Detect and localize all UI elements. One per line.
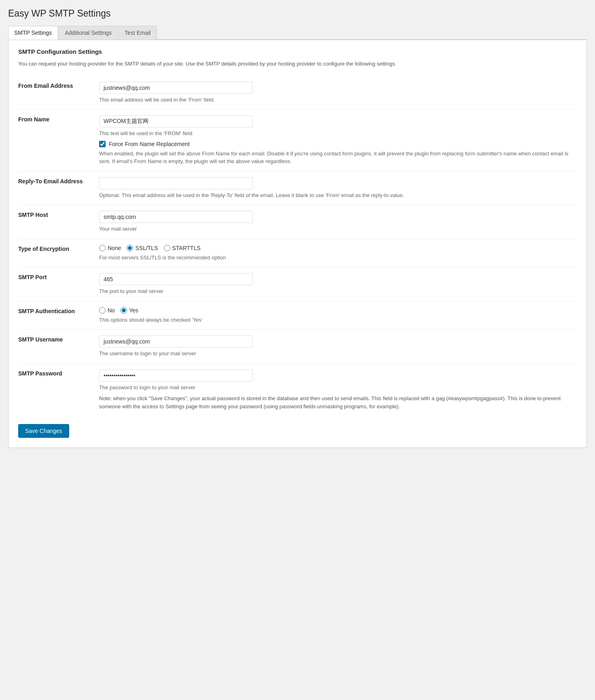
from-email-label: From Email Address (18, 76, 99, 110)
smtp-auth-label: SMTP Authentication (18, 301, 99, 330)
smtp-auth-no-radio[interactable] (99, 307, 106, 314)
force-from-name-description: When enabled, the plugin will set the ab… (99, 150, 577, 165)
smtp-username-description: The username to login to your mail serve… (99, 350, 577, 358)
smtp-auth-row: SMTP Authentication No Yes This options … (18, 301, 577, 330)
encryption-description: For most servers SSL/TLS is the recommen… (99, 254, 577, 262)
force-from-name-checkbox[interactable] (99, 141, 106, 147)
from-email-cell: This email address will be used in the '… (99, 76, 577, 110)
encryption-starttls-radio[interactable] (164, 245, 170, 251)
page-title: Easy WP SMTP Settings (8, 8, 587, 19)
smtp-auth-no-option[interactable]: No (99, 307, 115, 314)
smtp-username-input[interactable] (99, 335, 253, 348)
reply-to-input[interactable] (99, 177, 253, 189)
smtp-port-label: SMTP Port (18, 267, 99, 301)
save-button[interactable]: Save Changes (18, 424, 69, 438)
encryption-ssl-option[interactable]: SSL/TLS (127, 245, 158, 251)
encryption-ssl-label: SSL/TLS (135, 245, 158, 251)
encryption-options: None SSL/TLS STARTTLS (99, 245, 577, 251)
smtp-host-cell: Your mail server (99, 205, 577, 239)
section-description: You can request your hosting provider fo… (18, 60, 577, 68)
smtp-auth-yes-radio[interactable] (121, 307, 127, 314)
smtp-host-label: SMTP Host (18, 205, 99, 239)
smtp-password-row: SMTP Password The password to login to y… (18, 363, 577, 416)
encryption-ssl-radio[interactable] (127, 245, 133, 251)
from-email-description: This email address will be used in the '… (99, 96, 577, 104)
reply-to-description: Optional. This email address will be use… (99, 191, 577, 199)
encryption-row: Type of Encryption None SSL/TLS (18, 239, 577, 267)
force-from-name-row: Force From Name Replacement (99, 141, 577, 147)
smtp-password-description: The password to login to your mail serve… (99, 384, 577, 392)
tabs-container: SMTP Settings Additional Settings Test E… (8, 25, 587, 40)
smtp-port-cell: The port to your mail server (99, 267, 577, 301)
smtp-auth-no-label: No (108, 307, 115, 314)
encryption-starttls-label: STARTTLS (172, 245, 201, 251)
smtp-password-note: Note: when you click "Save Changes", you… (99, 395, 577, 410)
smtp-auth-cell: No Yes This options should always be che… (99, 301, 577, 330)
from-name-cell: This text will be used in the 'FROM' fie… (99, 110, 577, 172)
tab-test-email[interactable]: Test Email (119, 26, 157, 40)
encryption-starttls-option[interactable]: STARTTLS (164, 245, 201, 251)
section-title: SMTP Configuration Settings (18, 48, 577, 55)
tab-smtp-settings[interactable]: SMTP Settings (8, 26, 58, 40)
smtp-port-description: The port to your mail server (99, 287, 577, 295)
smtp-password-cell: The password to login to your mail serve… (99, 363, 577, 416)
from-name-input[interactable] (99, 115, 253, 127)
force-from-name-label[interactable]: Force From Name Replacement (109, 141, 190, 147)
encryption-label: Type of Encryption (18, 239, 99, 267)
smtp-username-cell: The username to login to your mail serve… (99, 330, 577, 364)
smtp-password-input[interactable] (99, 369, 253, 382)
encryption-cell: None SSL/TLS STARTTLS For most servers S… (99, 239, 577, 267)
smtp-auth-yes-label: Yes (129, 307, 138, 314)
from-email-row: From Email Address This email address wi… (18, 76, 577, 110)
smtp-host-row: SMTP Host Your mail server (18, 205, 577, 239)
smtp-port-input[interactable] (99, 273, 253, 285)
smtp-auth-description: This options should always be checked 'Y… (99, 316, 577, 324)
reply-to-row: Reply-To Email Address Optional. This em… (18, 171, 577, 205)
smtp-host-input[interactable] (99, 211, 253, 223)
tab-additional-settings[interactable]: Additional Settings (59, 26, 118, 40)
from-name-description: This text will be used in the 'FROM' fie… (99, 129, 577, 138)
smtp-auth-options: No Yes (99, 307, 577, 314)
smtp-port-row: SMTP Port The port to your mail server (18, 267, 577, 301)
encryption-none-option[interactable]: None (99, 245, 121, 251)
smtp-auth-yes-option[interactable]: Yes (121, 307, 138, 314)
encryption-none-label: None (108, 245, 121, 251)
from-name-label: From Name (18, 110, 99, 172)
from-email-input[interactable] (99, 82, 253, 94)
reply-to-label: Reply-To Email Address (18, 171, 99, 205)
smtp-username-row: SMTP Username The username to login to y… (18, 330, 577, 364)
smtp-password-label: SMTP Password (18, 363, 99, 416)
smtp-username-label: SMTP Username (18, 330, 99, 364)
smtp-host-description: Your mail server (99, 225, 577, 233)
settings-panel: SMTP Configuration Settings You can requ… (8, 40, 587, 448)
reply-to-cell: Optional. This email address will be use… (99, 171, 577, 205)
from-name-row: From Name This text will be used in the … (18, 110, 577, 172)
encryption-none-radio[interactable] (99, 245, 106, 251)
settings-form: From Email Address This email address wi… (18, 76, 577, 416)
